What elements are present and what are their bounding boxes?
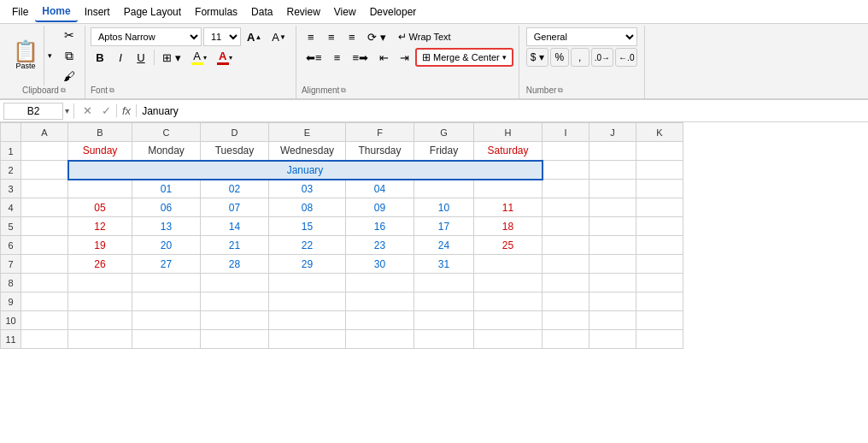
cell[interactable]: 25 xyxy=(474,236,542,255)
cell[interactable] xyxy=(542,330,589,349)
menu-review[interactable]: Review xyxy=(279,3,326,21)
cell[interactable]: 31 xyxy=(414,255,474,274)
menu-formulas[interactable]: Formulas xyxy=(188,3,244,21)
decrease-indent-button[interactable]: ⇤ xyxy=(374,48,393,67)
cell[interactable]: Thursday xyxy=(346,142,414,161)
font-face-select[interactable]: Aptos Narrow xyxy=(91,27,202,46)
cell[interactable]: 09 xyxy=(346,198,414,217)
merge-center-button[interactable]: ⊞ Merge & Center ▾ xyxy=(415,48,513,67)
cell[interactable] xyxy=(21,292,68,311)
cell[interactable]: 12 xyxy=(68,217,132,236)
cell[interactable] xyxy=(269,311,346,330)
cell[interactable] xyxy=(636,255,683,274)
cell[interactable]: Sunday xyxy=(68,142,132,161)
row-header-1[interactable]: 1 xyxy=(1,142,21,161)
cell[interactable] xyxy=(636,330,683,349)
cell[interactable] xyxy=(346,292,414,311)
cell[interactable] xyxy=(474,311,542,330)
cell[interactable] xyxy=(132,274,201,292)
cell[interactable] xyxy=(542,180,589,198)
cell[interactable]: 01 xyxy=(132,180,201,198)
cell[interactable] xyxy=(269,274,346,292)
cell[interactable] xyxy=(269,292,346,311)
increase-decimal-button[interactable]: .0→ xyxy=(591,48,613,67)
cell[interactable] xyxy=(474,180,542,198)
row-header-7[interactable]: 7 xyxy=(1,255,21,274)
cell[interactable] xyxy=(636,236,683,255)
cell[interactable] xyxy=(414,274,474,292)
cell[interactable]: 07 xyxy=(201,198,269,217)
col-header-F[interactable]: F xyxy=(346,123,414,142)
menu-page-layout[interactable]: Page Layout xyxy=(117,3,188,21)
formula-input[interactable] xyxy=(138,102,865,121)
cell[interactable] xyxy=(21,236,68,255)
cell[interactable]: 06 xyxy=(132,198,201,217)
cell[interactable] xyxy=(636,180,683,198)
col-header-H[interactable]: H xyxy=(474,123,542,142)
cell[interactable] xyxy=(542,311,589,330)
font-size-select[interactable]: 11 xyxy=(203,27,241,46)
cell[interactable]: 04 xyxy=(346,180,414,198)
col-header-J[interactable]: J xyxy=(589,123,636,142)
cell[interactable]: 08 xyxy=(269,198,346,217)
confirm-icon[interactable]: ✓ xyxy=(97,104,114,117)
row-header-6[interactable]: 6 xyxy=(1,236,21,255)
cell[interactable]: 21 xyxy=(201,236,269,255)
bold-button[interactable]: B xyxy=(91,48,109,67)
increase-font-size-button[interactable]: A▲ xyxy=(243,27,266,46)
row-header-8[interactable]: 8 xyxy=(1,274,21,292)
paste-button[interactable]: 📋 Paste xyxy=(9,26,43,86)
cut-button[interactable]: ✂ xyxy=(59,26,79,44)
cell[interactable] xyxy=(589,330,636,349)
cell[interactable] xyxy=(474,274,542,292)
paste-dropdown[interactable]: ▾ xyxy=(44,26,56,86)
cell[interactable] xyxy=(21,198,68,217)
cell[interactable]: 19 xyxy=(68,236,132,255)
row-header-11[interactable]: 11 xyxy=(1,330,21,349)
cell[interactable]: 30 xyxy=(346,255,414,274)
cell[interactable] xyxy=(68,311,132,330)
cell[interactable] xyxy=(542,236,589,255)
row-header-5[interactable]: 5 xyxy=(1,217,21,236)
name-box[interactable] xyxy=(3,103,63,120)
cell[interactable] xyxy=(21,217,68,236)
cell[interactable] xyxy=(589,180,636,198)
cell[interactable]: 28 xyxy=(201,255,269,274)
cell[interactable] xyxy=(346,311,414,330)
menu-view[interactable]: View xyxy=(327,3,363,21)
col-header-D[interactable]: D xyxy=(201,123,269,142)
cell[interactable] xyxy=(542,274,589,292)
cell[interactable]: Wednesday xyxy=(269,142,346,161)
cell[interactable] xyxy=(21,330,68,349)
cell[interactable] xyxy=(414,180,474,198)
cell[interactable]: 14 xyxy=(201,217,269,236)
cell[interactable] xyxy=(474,255,542,274)
cell[interactable]: 27 xyxy=(132,255,201,274)
cell[interactable] xyxy=(414,330,474,349)
decrease-decimal-button[interactable]: ←.0 xyxy=(615,48,637,67)
cell[interactable] xyxy=(201,292,269,311)
menu-file[interactable]: File xyxy=(5,3,35,21)
cell[interactable] xyxy=(589,255,636,274)
row-header-9[interactable]: 9 xyxy=(1,292,21,311)
align-center-button[interactable]: ≡ xyxy=(328,48,347,67)
cell[interactable]: 23 xyxy=(346,236,414,255)
col-header-K[interactable]: K xyxy=(636,123,683,142)
underline-button[interactable]: U xyxy=(132,48,150,67)
align-right-button[interactable]: ≡➡ xyxy=(349,48,373,67)
cell[interactable] xyxy=(21,255,68,274)
cell[interactable]: 20 xyxy=(132,236,201,255)
comma-button[interactable]: , xyxy=(571,48,589,67)
cell[interactable]: Saturday xyxy=(474,142,542,161)
col-header-C[interactable]: C xyxy=(132,123,201,142)
cell[interactable] xyxy=(589,217,636,236)
cell[interactable] xyxy=(21,311,68,330)
cell[interactable] xyxy=(68,180,132,198)
currency-button[interactable]: $ ▾ xyxy=(526,48,548,67)
cell[interactable] xyxy=(132,330,201,349)
cell[interactable]: 17 xyxy=(414,217,474,236)
cell[interactable]: 13 xyxy=(132,217,201,236)
cell[interactable]: 29 xyxy=(269,255,346,274)
cell[interactable] xyxy=(68,330,132,349)
row-header-3[interactable]: 3 xyxy=(1,180,21,198)
